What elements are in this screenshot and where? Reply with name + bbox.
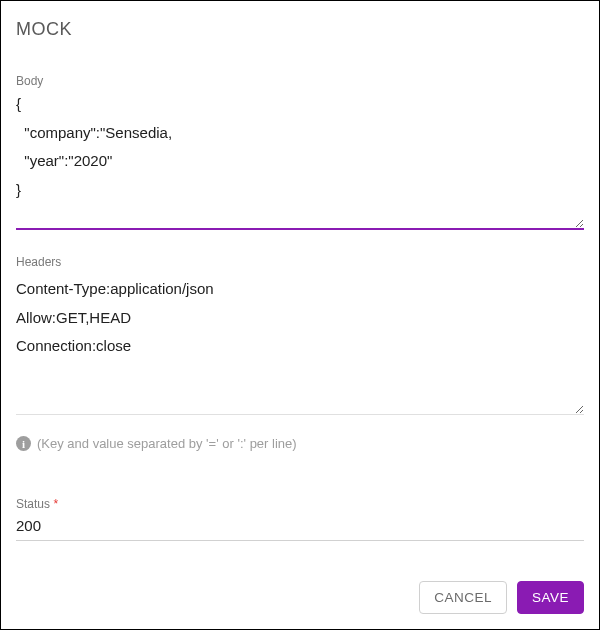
headers-helper-text: (Key and value separated by '=' or ':' p… — [37, 436, 297, 451]
body-label: Body — [16, 74, 584, 88]
status-input[interactable] — [16, 513, 584, 541]
body-textarea[interactable] — [16, 90, 584, 230]
headers-textarea[interactable] — [16, 275, 584, 415]
headers-helper: i (Key and value separated by '=' or ':'… — [16, 436, 584, 451]
body-field: Body — [16, 74, 584, 233]
dialog-actions: CANCEL SAVE — [16, 571, 584, 614]
cancel-button[interactable]: CANCEL — [419, 581, 507, 614]
mock-dialog: MOCK Body Headers i (Key and value separ… — [0, 0, 600, 630]
headers-field: Headers i (Key and value separated by '=… — [16, 255, 584, 451]
status-label: Status * — [16, 497, 584, 511]
save-button[interactable]: SAVE — [517, 581, 584, 614]
status-field: Status * — [16, 497, 584, 541]
required-mark: * — [53, 497, 58, 511]
dialog-title: MOCK — [16, 19, 584, 40]
spacer — [16, 547, 584, 571]
headers-label: Headers — [16, 255, 584, 269]
info-icon: i — [16, 436, 31, 451]
status-label-text: Status — [16, 497, 50, 511]
